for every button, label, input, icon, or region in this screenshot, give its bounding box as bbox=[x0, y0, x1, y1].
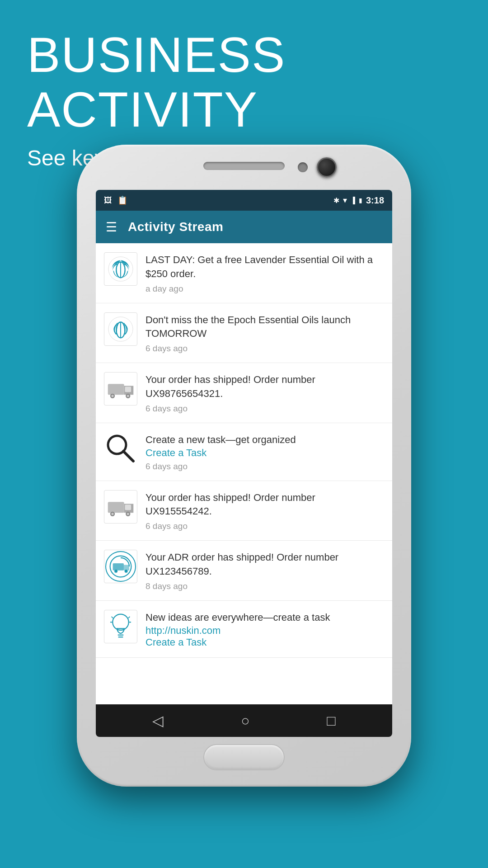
signal-icon: ▐ bbox=[351, 197, 355, 204]
svg-line-30 bbox=[112, 617, 113, 618]
activity-text: Your order has shipped! Order number UX9… bbox=[145, 373, 384, 401]
activity-time: 6 days ago bbox=[145, 404, 384, 414]
bluetooth-icon: ✱ bbox=[333, 196, 339, 205]
app-bar-title: Activity Stream bbox=[128, 220, 223, 234]
nuskin-logo-icon bbox=[104, 252, 137, 286]
activity-text: Your ADR order has shipped! Order number… bbox=[145, 551, 384, 579]
svg-rect-15 bbox=[108, 502, 124, 513]
activity-text: LAST DAY: Get a free Lavender Essential … bbox=[145, 253, 384, 281]
list-item[interactable]: LAST DAY: Get a free Lavender Essential … bbox=[96, 243, 392, 303]
activity-content: Your order has shipped! Order number UX9… bbox=[145, 490, 384, 532]
status-bar-left: 🖼 📋 bbox=[104, 195, 127, 205]
activity-time: 6 days ago bbox=[145, 521, 384, 531]
list-item[interactable]: Create a new task—get organized Create a… bbox=[96, 423, 392, 481]
nav-bar: ◁ ○ □ bbox=[96, 704, 392, 737]
svg-rect-23 bbox=[113, 563, 124, 571]
sensor-dot bbox=[298, 162, 308, 172]
svg-point-12 bbox=[127, 395, 129, 397]
status-bar: 🖼 📋 ✱ ▾ ▐ ▮ 3:18 bbox=[96, 190, 392, 211]
svg-point-21 bbox=[127, 513, 129, 515]
activity-time: 6 days ago bbox=[145, 344, 384, 354]
svg-rect-8 bbox=[125, 387, 131, 392]
list-item[interactable]: New ideas are everywhere—create a task h… bbox=[96, 601, 392, 658]
list-item[interactable]: Your order has shipped! Order number UX9… bbox=[96, 481, 392, 541]
truck-icon bbox=[104, 372, 137, 406]
create-task-link-2[interactable]: Create a Task bbox=[145, 637, 206, 648]
status-bar-right: ✱ ▾ ▐ ▮ 3:18 bbox=[333, 195, 384, 206]
svg-line-31 bbox=[128, 617, 130, 618]
speaker-grill bbox=[203, 162, 285, 170]
svg-point-19 bbox=[111, 513, 113, 515]
activity-content: Create a new task—get organized Create a… bbox=[145, 432, 384, 472]
activity-time: 8 days ago bbox=[145, 581, 384, 591]
activity-list: LAST DAY: Get a free Lavender Essential … bbox=[96, 243, 392, 704]
home-nav-icon[interactable]: ○ bbox=[241, 712, 249, 729]
image-icon: 🖼 bbox=[104, 196, 112, 205]
svg-rect-6 bbox=[108, 384, 124, 395]
phone-device: 🖼 📋 ✱ ▾ ▐ ▮ 3:18 ☰ Activity Stream bbox=[77, 145, 411, 787]
back-nav-icon[interactable]: ◁ bbox=[152, 712, 164, 729]
wifi-icon: ▾ bbox=[343, 195, 347, 205]
activity-content: Don't miss the the Epoch Essential Oils … bbox=[145, 312, 384, 354]
activity-content: LAST DAY: Get a free Lavender Essential … bbox=[145, 252, 384, 294]
list-item[interactable]: Don't miss the the Epoch Essential Oils … bbox=[96, 303, 392, 363]
status-time: 3:18 bbox=[366, 195, 384, 206]
lightbulb-icon bbox=[104, 610, 137, 643]
svg-line-14 bbox=[123, 451, 133, 461]
svg-rect-17 bbox=[125, 505, 131, 510]
battery-icon: ▮ bbox=[359, 197, 362, 204]
hamburger-menu-icon[interactable]: ☰ bbox=[106, 220, 117, 235]
activity-text: New ideas are everywhere—create a task bbox=[145, 611, 384, 625]
activity-content: Your order has shipped! Order number UX9… bbox=[145, 372, 384, 414]
clipboard-icon: 📋 bbox=[117, 195, 127, 205]
svg-point-10 bbox=[111, 395, 113, 397]
list-item[interactable]: Your ADR order has shipped! Order number… bbox=[96, 541, 392, 601]
activity-time: a day ago bbox=[145, 284, 384, 294]
list-item[interactable]: Your order has shipped! Order number UX9… bbox=[96, 363, 392, 423]
nuskin-link[interactable]: http://nuskin.com bbox=[145, 625, 221, 636]
activity-text: Don't miss the the Epoch Essential Oils … bbox=[145, 313, 384, 341]
create-task-link[interactable]: Create a Task bbox=[145, 447, 206, 458]
camera-lens bbox=[317, 157, 337, 177]
activity-text: Your order has shipped! Order number UX9… bbox=[145, 491, 384, 519]
activity-text: Create a new task—get organized bbox=[145, 433, 384, 447]
adr-truck-icon bbox=[104, 550, 137, 583]
activity-content: Your ADR order has shipped! Order number… bbox=[145, 550, 384, 591]
activity-time: 6 days ago bbox=[145, 462, 384, 472]
nuskin-logo-icon bbox=[104, 312, 137, 346]
svg-point-26 bbox=[125, 570, 128, 573]
app-bar: ☰ Activity Stream bbox=[96, 211, 392, 243]
search-icon bbox=[104, 432, 137, 466]
home-button[interactable] bbox=[203, 744, 285, 770]
screen-content: 🖼 📋 ✱ ▾ ▐ ▮ 3:18 ☰ Activity Stream bbox=[96, 190, 392, 737]
recent-nav-icon[interactable]: □ bbox=[327, 712, 335, 729]
truck-icon bbox=[104, 490, 137, 524]
activity-content: New ideas are everywhere—create a task h… bbox=[145, 610, 384, 648]
svg-marker-24 bbox=[124, 565, 129, 571]
page-title: BUSINESS ACTIVITY bbox=[27, 27, 461, 137]
camera-area bbox=[298, 157, 337, 177]
svg-point-27 bbox=[113, 614, 128, 630]
phone-screen: 🖼 📋 ✱ ▾ ▐ ▮ 3:18 ☰ Activity Stream bbox=[96, 190, 392, 737]
svg-point-25 bbox=[114, 570, 117, 573]
